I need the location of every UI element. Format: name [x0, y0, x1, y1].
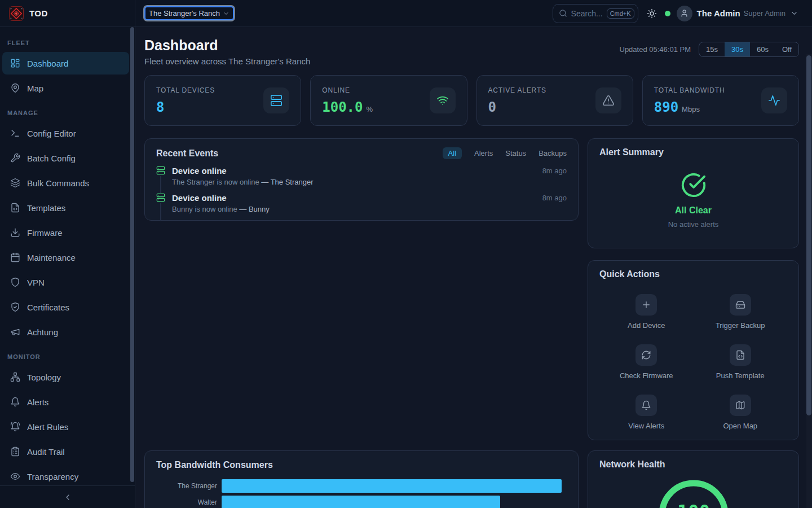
alert-triangle-icon: [602, 94, 615, 107]
bell-icon: [10, 397, 20, 407]
open-map-button[interactable]: Open Map: [723, 395, 757, 430]
trigger-backup-button[interactable]: Trigger Backup: [716, 294, 765, 330]
sidebar-item-topology[interactable]: Topology: [2, 366, 129, 388]
sidebar-item-certificates[interactable]: Certificates: [2, 296, 129, 318]
quick-actions-card: Quick Actions Add Device Trigger Backup: [588, 260, 799, 440]
tab-all[interactable]: All: [443, 147, 462, 159]
calendar-icon: [10, 252, 20, 262]
server-icon: [156, 193, 165, 202]
sidebar-scrollbar[interactable]: [130, 27, 134, 482]
bell-icon: [641, 400, 651, 410]
file-code-icon: [10, 203, 20, 213]
event-filter-tabs: All Alerts Status Backups: [443, 147, 567, 159]
layout-dashboard-icon: [10, 58, 20, 68]
search-placeholder: Search...: [571, 9, 603, 18]
event-description: The Stranger is now online — The Strange…: [172, 178, 567, 186]
check-circle-icon: [681, 172, 707, 198]
refresh-option-15s[interactable]: 15s: [699, 42, 725, 56]
sidebar-item-achtung[interactable]: Achtung: [2, 321, 129, 343]
map-icon: [735, 400, 745, 410]
stat-label: TOTAL DEVICES: [156, 86, 215, 94]
sidebar-item-label: Config Editor: [27, 129, 76, 138]
alert-summary-card: Alert Summary All Clear No active alerts: [588, 138, 799, 248]
event-title: Device online: [172, 166, 227, 176]
tab-status[interactable]: Status: [505, 149, 526, 157]
recent-events-title: Recent Events: [156, 148, 218, 159]
sidebar-item-templates[interactable]: Templates: [2, 196, 129, 219]
sidebar-item-label: Audit Trail: [27, 447, 65, 457]
stat-cards-row: TOTAL DEVICES 8 ONLINE 100.0 %: [144, 75, 799, 126]
sidebar-item-map[interactable]: Map: [2, 77, 129, 99]
alert-summary-title: Alert Summary: [599, 147, 787, 157]
sidebar-item-maintenance[interactable]: Maintenance: [2, 246, 129, 269]
add-device-button[interactable]: Add Device: [628, 294, 665, 330]
page-subtitle: Fleet overview across The Stranger's Ran…: [144, 56, 310, 66]
sidebar-item-dashboard[interactable]: Dashboard: [2, 52, 129, 75]
network-health-gauge: 100: [588, 451, 798, 508]
user-role: Super Admin: [744, 9, 785, 17]
stat-value: 8: [156, 99, 164, 115]
org-selector[interactable]: The Stranger's Ranch: [144, 6, 234, 20]
sidebar-collapse-button[interactable]: [0, 485, 135, 508]
sidebar-item-transparency[interactable]: Transparency: [2, 465, 129, 485]
search-shortcut-badge: Cmd+K: [607, 8, 634, 19]
bandwidth-bar: [222, 496, 500, 508]
bandwidth-row: The Stranger: [156, 478, 567, 494]
user-icon: [680, 9, 689, 17]
stat-label: ONLINE: [322, 86, 373, 94]
sidebar-item-bulk-commands[interactable]: Bulk Commands: [2, 172, 129, 194]
main-scrollbar[interactable]: [806, 55, 811, 415]
sun-icon: [647, 8, 657, 19]
stat-suffix: %: [367, 105, 373, 113]
stat-value: 0: [488, 99, 496, 115]
tab-backups[interactable]: Backups: [539, 149, 567, 157]
search-input[interactable]: Search... Cmd+K: [553, 4, 638, 23]
connection-status-dot: [665, 11, 670, 16]
sidebar-item-label: Dashboard: [27, 59, 68, 68]
refresh-option-60s[interactable]: 60s: [750, 42, 775, 56]
sidebar-item-config-editor[interactable]: Config Editor: [2, 122, 129, 144]
user-menu-button[interactable]: [790, 9, 798, 17]
check-firmware-button[interactable]: Check Firmware: [620, 344, 673, 380]
stat-value: 890: [654, 99, 678, 115]
stat-card-online: ONLINE 100.0 %: [310, 75, 467, 126]
sidebar-item-batch-config[interactable]: Batch Config: [2, 147, 129, 169]
sidebar-item-label: VPN: [27, 278, 45, 287]
event-row[interactable]: Device online 8m ago The Stranger is now…: [156, 159, 567, 186]
chevron-left-icon: [63, 493, 72, 502]
bell-ring-icon: [10, 422, 20, 432]
terminal-icon: [10, 128, 20, 138]
sidebar-item-firmware[interactable]: Firmware: [2, 221, 129, 244]
stat-card-total-bandwidth: TOTAL BANDWIDTH 890 Mbps: [642, 75, 799, 126]
stat-label: ACTIVE ALERTS: [488, 86, 546, 94]
nav-section-fleet: FLEET: [0, 40, 135, 46]
refresh-interval-control: 15s 30s 60s Off: [699, 42, 799, 57]
file-code-icon: [735, 350, 745, 360]
push-template-button[interactable]: Push Template: [716, 344, 765, 380]
sidebar-item-label: Alerts: [27, 397, 48, 407]
theme-toggle-button[interactable]: [647, 8, 657, 19]
page-title: Dashboard: [144, 36, 310, 54]
view-alerts-button[interactable]: View Alerts: [628, 395, 664, 430]
alert-status-text: All Clear: [675, 205, 712, 216]
stat-label: TOTAL BANDWIDTH: [654, 86, 725, 94]
sidebar-item-vpn[interactable]: VPN: [2, 271, 129, 294]
sidebar-item-label: Achtung: [27, 327, 58, 337]
main-content: Dashboard Fleet overview across The Stra…: [135, 27, 812, 508]
updated-timestamp: Updated 05:46:01 PM: [620, 45, 691, 54]
eye-icon: [10, 471, 20, 481]
sidebar-item-audit-trail[interactable]: Audit Trail: [2, 440, 129, 463]
clipboard-list-icon: [10, 446, 20, 457]
refresh-option-off[interactable]: Off: [775, 42, 798, 56]
tab-alerts[interactable]: Alerts: [474, 149, 493, 157]
sidebar-item-alerts[interactable]: Alerts: [2, 391, 129, 413]
sidebar-item-alert-rules[interactable]: Alert Rules: [2, 415, 129, 438]
event-row[interactable]: Device online 8m ago Bunny is now online…: [156, 186, 567, 213]
sidebar-item-label: Alert Rules: [27, 422, 68, 432]
refresh-option-30s[interactable]: 30s: [725, 42, 750, 56]
nav-section-monitor: MONITOR: [0, 353, 135, 360]
quick-action-label: View Alerts: [628, 422, 664, 430]
user-name: The Admin: [697, 8, 740, 18]
sidebar-item-label: Bulk Commands: [27, 178, 89, 188]
avatar[interactable]: [677, 6, 692, 21]
